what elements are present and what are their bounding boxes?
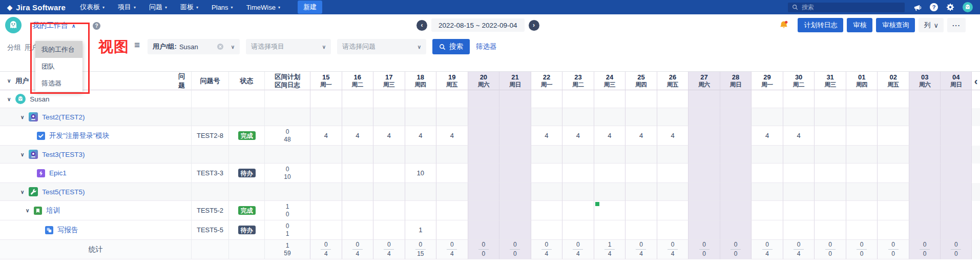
day-cell-02[interactable] bbox=[877, 183, 909, 201]
day-cell-19[interactable] bbox=[436, 108, 468, 126]
prev-period-button[interactable]: ‹ bbox=[416, 20, 427, 31]
day-cell-21[interactable] bbox=[499, 183, 531, 201]
day-cell-25[interactable] bbox=[625, 201, 657, 220]
day-cell-26[interactable]: 4 bbox=[657, 126, 689, 146]
day-cell-26[interactable] bbox=[657, 220, 689, 240]
nav-menu-6[interactable]: TimeWise▾ bbox=[246, 4, 280, 11]
day-cell-02[interactable] bbox=[877, 108, 909, 126]
day-cell-01[interactable] bbox=[846, 90, 878, 108]
day-cell-28[interactable] bbox=[720, 108, 752, 126]
day-cell-22[interactable] bbox=[531, 164, 562, 183]
day-cell-18[interactable] bbox=[405, 90, 436, 108]
group-name[interactable]: Test2(TEST2) bbox=[42, 113, 85, 121]
day-cell-17[interactable] bbox=[373, 108, 405, 126]
day-cell-24[interactable] bbox=[594, 90, 625, 108]
day-cell-31[interactable] bbox=[814, 90, 846, 108]
day-cell-30[interactable] bbox=[783, 146, 815, 164]
day-cell-17[interactable] bbox=[373, 90, 405, 108]
workbench-dropdown-trigger[interactable]: 我的工作台 ∧ bbox=[32, 21, 75, 30]
day-cell-28[interactable] bbox=[720, 220, 752, 240]
day-cell-03[interactable] bbox=[909, 90, 941, 108]
day-cell-27[interactable] bbox=[688, 90, 720, 108]
day-cell-21[interactable] bbox=[499, 220, 531, 240]
collapse-all-icon[interactable]: ∨ bbox=[7, 78, 11, 84]
nav-menu-5[interactable]: Plans▾ bbox=[212, 4, 233, 11]
day-cell-23[interactable] bbox=[562, 183, 594, 201]
day-cell-28[interactable] bbox=[720, 183, 752, 201]
day-cell-30[interactable] bbox=[783, 164, 815, 183]
day-cell-01[interactable] bbox=[846, 126, 878, 146]
day-cell-29[interactable]: 4 bbox=[751, 126, 783, 146]
day-cell-15[interactable] bbox=[310, 201, 342, 220]
day-cell-01[interactable] bbox=[846, 220, 878, 240]
day-cell-28[interactable] bbox=[720, 126, 752, 146]
day-cell-17[interactable]: 4 bbox=[373, 126, 405, 146]
day-cell-25[interactable] bbox=[625, 90, 657, 108]
day-cell-16[interactable] bbox=[342, 183, 373, 201]
issue-name[interactable]: 写报告 bbox=[57, 226, 78, 235]
next-period-button[interactable]: › bbox=[529, 20, 539, 31]
expand-chevron-icon[interactable]: ∨ bbox=[20, 114, 24, 120]
day-cell-21[interactable] bbox=[499, 108, 531, 126]
day-cell-15[interactable] bbox=[310, 146, 342, 164]
day-cell-23[interactable] bbox=[562, 164, 594, 183]
day-cell-04[interactable] bbox=[940, 183, 972, 201]
day-cell-04[interactable] bbox=[940, 201, 972, 220]
day-cell-28[interactable] bbox=[720, 90, 752, 108]
dropdown-item-3[interactable]: 筛选器 bbox=[35, 75, 82, 92]
day-cell-25[interactable] bbox=[625, 108, 657, 126]
day-cell-20[interactable] bbox=[468, 201, 499, 220]
nav-menu-4[interactable]: 面板▾ bbox=[180, 3, 198, 12]
day-cell-27[interactable] bbox=[688, 220, 720, 240]
day-cell-01[interactable] bbox=[846, 146, 878, 164]
day-cell-20[interactable] bbox=[468, 220, 499, 240]
day-cell-20[interactable] bbox=[468, 126, 499, 146]
issue-name[interactable]: 开发"注册登录"模块 bbox=[49, 131, 110, 140]
day-cell-19[interactable] bbox=[436, 90, 468, 108]
create-button[interactable]: 新建 bbox=[298, 1, 322, 14]
day-cell-15[interactable] bbox=[310, 183, 342, 201]
help-icon[interactable]: ? bbox=[930, 3, 938, 11]
day-cell-24[interactable] bbox=[594, 183, 625, 201]
day-cell-01[interactable] bbox=[846, 183, 878, 201]
day-cell-22[interactable] bbox=[531, 201, 562, 220]
day-cell-26[interactable] bbox=[657, 201, 689, 220]
day-cell-18[interactable]: 10 bbox=[405, 164, 436, 183]
day-cell-25[interactable]: 4 bbox=[625, 126, 657, 146]
day-cell-26[interactable] bbox=[657, 164, 689, 183]
day-cell-26[interactable] bbox=[657, 90, 689, 108]
day-cell-27[interactable] bbox=[688, 126, 720, 146]
day-cell-26[interactable] bbox=[657, 108, 689, 126]
day-cell-02[interactable] bbox=[877, 146, 909, 164]
day-cell-21[interactable] bbox=[499, 201, 531, 220]
day-cell-19[interactable] bbox=[436, 164, 468, 183]
day-cell-24[interactable]: 4 bbox=[594, 126, 625, 146]
day-cell-16[interactable] bbox=[342, 90, 373, 108]
day-cell-18[interactable]: 1 bbox=[405, 220, 436, 240]
group-name[interactable]: Test5(TEST5) bbox=[42, 188, 85, 196]
day-cell-03[interactable] bbox=[909, 108, 941, 126]
day-cell-16[interactable] bbox=[342, 108, 373, 126]
day-cell-30[interactable] bbox=[783, 183, 815, 201]
day-cell-03[interactable] bbox=[909, 201, 941, 220]
search-input[interactable]: 搜索 bbox=[788, 3, 905, 12]
day-cell-04[interactable] bbox=[940, 220, 972, 240]
expand-chevron-icon[interactable]: ∨ bbox=[20, 189, 24, 195]
day-cell-22[interactable] bbox=[531, 146, 562, 164]
issue-select[interactable]: 请选择问题 ∨ bbox=[337, 39, 426, 54]
expand-chevron-icon[interactable]: ∨ bbox=[26, 208, 29, 213]
day-cell-16[interactable]: 4 bbox=[342, 126, 373, 146]
day-cell-04[interactable] bbox=[940, 90, 972, 108]
day-cell-25[interactable] bbox=[625, 220, 657, 240]
day-cell-29[interactable] bbox=[751, 90, 783, 108]
columns-button[interactable]: 列 ∨ bbox=[919, 18, 944, 32]
day-cell-21[interactable] bbox=[499, 146, 531, 164]
project-select[interactable]: 请选择项目 ∨ bbox=[246, 39, 331, 54]
day-cell-28[interactable] bbox=[720, 146, 752, 164]
nav-menu-2[interactable]: 项目▾ bbox=[118, 3, 136, 12]
day-cell-19[interactable] bbox=[436, 183, 468, 201]
day-cell-17[interactable] bbox=[373, 220, 405, 240]
issue-name[interactable]: 培训 bbox=[46, 206, 60, 215]
more-button[interactable]: ··· bbox=[947, 18, 966, 32]
day-cell-21[interactable] bbox=[499, 90, 531, 108]
